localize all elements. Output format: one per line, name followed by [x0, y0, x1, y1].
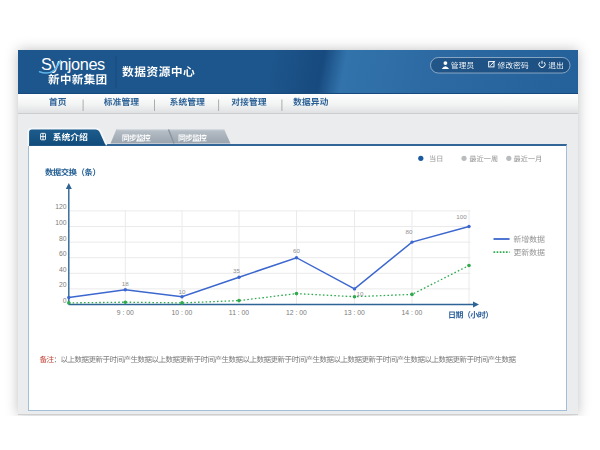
svg-text:18: 18: [122, 280, 129, 287]
svg-text:12 : 00: 12 : 00: [286, 309, 307, 316]
svg-text:14 : 00: 14 : 00: [402, 309, 423, 316]
svg-text:13 : 00: 13 : 00: [344, 309, 365, 316]
svg-text:10 : 00: 10 : 00: [172, 309, 193, 316]
svg-text:100: 100: [456, 213, 467, 220]
svg-text:80: 80: [59, 235, 67, 242]
svg-text:40: 40: [59, 266, 67, 273]
svg-text:0: 0: [63, 297, 67, 304]
svg-text:10: 10: [357, 290, 364, 297]
svg-text:20: 20: [59, 281, 67, 288]
svg-text:100: 100: [55, 219, 67, 226]
svg-text:80: 80: [406, 228, 413, 235]
svg-text:35: 35: [233, 267, 240, 274]
svg-text:60: 60: [293, 247, 300, 254]
svg-text:60: 60: [59, 250, 67, 257]
svg-text:9 : 00: 9 : 00: [117, 309, 134, 316]
svg-text:Synjones: Synjones: [41, 55, 105, 73]
svg-text:120: 120: [55, 203, 67, 210]
svg-text:10: 10: [179, 288, 186, 295]
svg-text:11 : 00: 11 : 00: [229, 309, 250, 316]
